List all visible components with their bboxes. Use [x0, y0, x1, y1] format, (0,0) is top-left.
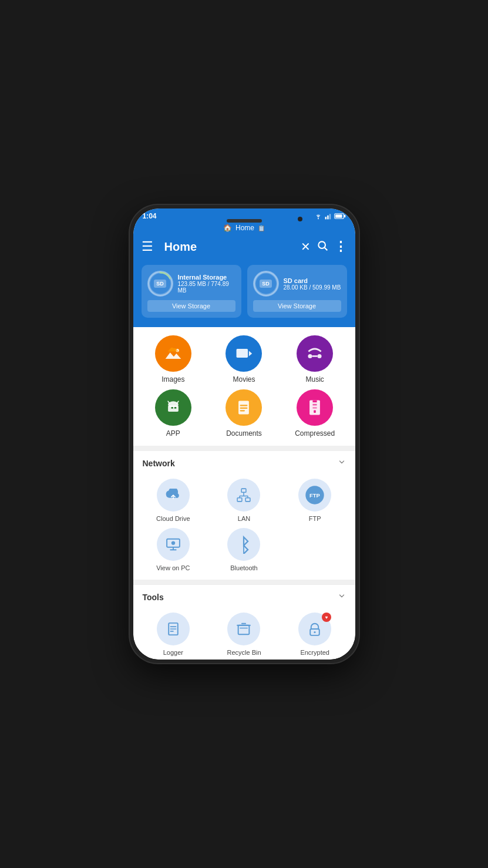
network-item-bluetooth[interactable]: Bluetooth	[210, 528, 278, 571]
cloud-drive-icon	[165, 489, 181, 502]
documents-label: Documents	[226, 429, 262, 438]
encrypted-icon-circle: ♥	[298, 613, 331, 645]
sd-view-storage-btn[interactable]: View Storage	[253, 300, 341, 312]
bluetooth-icon-circle	[227, 528, 260, 561]
category-item-music[interactable]: Music	[281, 335, 349, 383]
tools-title: Tools	[143, 593, 164, 602]
internal-view-storage-btn[interactable]: View Storage	[147, 300, 235, 312]
svg-marker-14	[249, 351, 252, 356]
svg-text:FTP: FTP	[309, 492, 320, 499]
images-icon-circle	[155, 335, 191, 372]
network-section: Cloud Drive	[133, 474, 355, 580]
app-icon	[164, 398, 183, 417]
category-item-images[interactable]: Images	[139, 335, 208, 383]
movies-icon-circle	[226, 335, 262, 372]
status-icons	[314, 213, 346, 220]
network-title: Network	[143, 459, 175, 468]
compressed-icon	[305, 398, 324, 417]
bluetooth-label: Bluetooth	[230, 564, 257, 571]
svg-rect-33	[242, 489, 247, 492]
svg-point-0	[317, 218, 318, 219]
svg-point-11	[255, 272, 277, 295]
scroll-content[interactable]: Images Movies	[133, 327, 355, 660]
breadcrumb-home-label[interactable]: Home	[235, 224, 254, 232]
internal-storage-size: 123.85 MB / 774.89 MB	[178, 281, 235, 294]
cloud-drive-label: Cloud Drive	[156, 515, 190, 522]
lan-icon	[235, 487, 252, 503]
wifi-icon	[314, 213, 322, 220]
category-grid: Images Movies	[139, 335, 349, 438]
sd-storage-size: 28.00 KB / 509.99 MB	[284, 284, 341, 291]
svg-rect-23	[174, 407, 177, 409]
encrypted-icon	[307, 621, 323, 637]
tools-item-recycle-bin[interactable]: Recycle Bin	[210, 613, 278, 656]
category-item-documents[interactable]: Documents	[210, 389, 278, 438]
svg-rect-1	[325, 217, 326, 219]
svg-point-7	[318, 241, 325, 248]
internal-storage-info: Internal Storage 123.85 MB / 774.89 MB	[178, 274, 235, 294]
search-icon[interactable]	[317, 240, 328, 254]
images-icon	[164, 344, 183, 363]
ftp-label: FTP	[309, 515, 321, 522]
svg-rect-32	[314, 410, 316, 412]
svg-rect-29	[313, 401, 317, 403]
compressed-icon-circle	[297, 389, 333, 426]
breadcrumb-copy-icon: 📋	[258, 225, 265, 231]
sd-card-circle: SD	[253, 271, 279, 297]
category-item-compressed[interactable]: Compressed	[281, 389, 349, 438]
status-time: 1:04	[143, 212, 157, 220]
svg-point-15	[308, 354, 312, 358]
tools-section-wrapper: Tools	[133, 584, 355, 660]
svg-rect-30	[313, 404, 317, 406]
sd-storage-name: SD card	[284, 277, 341, 284]
phone-screen: 1:04 🏠	[133, 208, 355, 660]
network-item-ftp[interactable]: FTP FTP	[281, 479, 349, 522]
sd-total: 509.99 MB	[312, 284, 341, 291]
view-on-pc-icon	[165, 536, 181, 553]
lan-label: LAN	[238, 515, 250, 522]
phone-speaker	[227, 219, 262, 223]
more-options-icon[interactable]: ⋮	[334, 239, 347, 254]
view-on-pc-icon-circle	[157, 528, 190, 561]
internal-storage-circle: SD	[147, 271, 173, 297]
tools-grid: Logger	[139, 613, 349, 656]
recycle-bin-label: Recycle Bin	[227, 649, 261, 656]
close-icon[interactable]: ✕	[301, 240, 311, 254]
sd-card-card[interactable]: SD SD card 28.00 KB / 509.99 MB View Sto…	[247, 265, 347, 318]
tools-section: Logger	[133, 608, 355, 660]
network-grid: Cloud Drive	[139, 479, 349, 571]
ftp-icon: FTP	[302, 482, 328, 508]
documents-icon-circle	[226, 389, 262, 426]
svg-rect-22	[171, 407, 173, 409]
category-item-app[interactable]: APP	[139, 389, 208, 438]
bluetooth-icon	[237, 535, 251, 554]
recycle-bin-icon-circle	[227, 613, 260, 645]
menu-icon[interactable]: ☰	[142, 239, 154, 254]
network-item-lan[interactable]: LAN	[210, 479, 278, 522]
home-breadcrumb-icon: 🏠	[223, 224, 232, 232]
category-item-movies[interactable]: Movies	[210, 335, 278, 383]
cloud-drive-icon-circle	[157, 479, 190, 512]
svg-rect-34	[238, 498, 243, 502]
view-on-pc-label: View on PC	[156, 564, 190, 571]
movies-label: Movies	[233, 375, 255, 383]
svg-rect-3	[329, 214, 330, 219]
music-icon	[305, 344, 324, 363]
encrypted-badge: ♥	[322, 613, 331, 622]
internal-storage-name: Internal Storage	[178, 274, 235, 281]
tools-section-header[interactable]: Tools	[133, 584, 355, 608]
network-item-cloud-drive[interactable]: Cloud Drive	[139, 479, 208, 522]
category-section: Images Movies	[133, 327, 355, 446]
tools-chevron-icon	[338, 592, 346, 602]
network-item-view-on-pc[interactable]: View on PC	[139, 528, 208, 571]
toolbar: ☰ Home ✕ ⋮	[133, 234, 355, 259]
tools-item-logger[interactable]: Logger	[139, 613, 208, 656]
logger-icon	[165, 621, 181, 637]
svg-rect-31	[313, 407, 317, 409]
compressed-label: Compressed	[295, 429, 335, 438]
signal-icon	[325, 213, 332, 220]
network-section-header[interactable]: Network	[133, 450, 355, 474]
sd-storage-info: SD card 28.00 KB / 509.99 MB	[284, 277, 341, 291]
internal-storage-card[interactable]: SD Internal Storage 123.85 MB / 774.89 M…	[142, 265, 241, 318]
tools-item-encrypted[interactable]: ♥ Encrypted	[281, 613, 349, 656]
